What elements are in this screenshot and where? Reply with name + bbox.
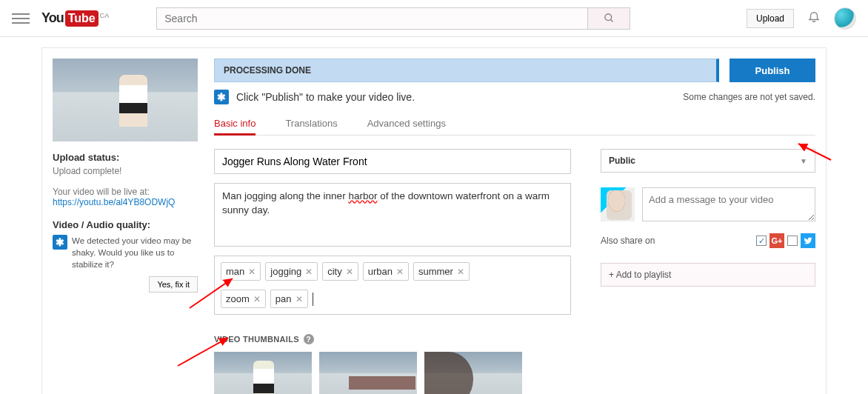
upload-status-text: Upload complete! [53, 166, 198, 176]
user-avatar [601, 187, 635, 221]
left-column: Upload status: Upload complete! Your vid… [53, 59, 198, 394]
quality-title: Video / Audio quality: [53, 219, 198, 230]
form-side: Public ▼ Also share on ✓ G+ [601, 149, 815, 394]
remove-tag-icon[interactable]: ✕ [457, 267, 464, 277]
thumbnails-row [214, 352, 571, 394]
google-plus-icon[interactable]: G+ [769, 233, 784, 248]
thumbnails-header: VIDEO THUMBNAILS [214, 335, 299, 344]
logo-text: You [41, 10, 64, 26]
menu-icon[interactable] [12, 10, 30, 27]
quality-message: We detected your video may be shaky. Wou… [72, 235, 198, 270]
thumbnail-2[interactable] [319, 352, 417, 394]
upload-button[interactable]: Upload [747, 9, 794, 28]
form-main: Man jogging along the inner harbor of th… [214, 149, 571, 394]
region-code: CA [100, 12, 110, 19]
processing-status: PROCESSING DONE [214, 59, 719, 82]
remove-tag-icon[interactable]: ✕ [248, 267, 256, 277]
tags-input[interactable]: man✕ jogging✕ city✕ urban✕ summer✕ zoom✕… [214, 256, 571, 315]
publish-button[interactable]: Publish [730, 59, 815, 82]
video-url-link[interactable]: https://youtu.be/al4YB8ODWjQ [53, 197, 198, 207]
logo-tube: Tube [65, 10, 99, 27]
notifications-icon[interactable] [807, 10, 821, 27]
search-icon [604, 13, 615, 24]
logo[interactable]: YouTube CA [41, 10, 109, 27]
upload-status-title: Upload status: [53, 152, 198, 163]
tag-city[interactable]: city✕ [322, 262, 358, 281]
search-input[interactable] [156, 7, 587, 30]
star-icon: ✱ [53, 235, 67, 250]
right-column: PROCESSING DONE Publish ✱ Click "Publish… [214, 59, 815, 394]
svg-line-1 [610, 19, 612, 21]
remove-tag-icon[interactable]: ✕ [346, 267, 353, 277]
live-at-text: Your video will be live at: [53, 187, 198, 197]
tabs: Basic info Translations Advanced setting… [214, 113, 815, 136]
tag-man[interactable]: man✕ [221, 262, 261, 281]
tab-translations[interactable]: Translations [285, 113, 337, 135]
tag-pan[interactable]: pan✕ [270, 290, 308, 308]
twitter-icon[interactable] [801, 233, 815, 248]
video-preview[interactable] [53, 59, 198, 141]
upload-card: Upload status: Upload complete! Your vid… [41, 47, 827, 394]
twitter-checkbox[interactable] [787, 236, 798, 246]
video-title-input[interactable] [214, 149, 571, 174]
search-button[interactable] [587, 7, 630, 30]
tag-summer[interactable]: summer✕ [413, 262, 470, 281]
remove-tag-icon[interactable]: ✕ [296, 294, 303, 304]
share-message-input[interactable] [642, 187, 815, 221]
chevron-down-icon: ▼ [800, 157, 807, 165]
svg-point-0 [605, 14, 612, 21]
also-share-label: Also share on [601, 236, 655, 246]
tag-jogging[interactable]: jogging✕ [265, 262, 318, 281]
account-avatar[interactable] [834, 7, 856, 30]
gplus-checkbox[interactable]: ✓ [756, 236, 767, 246]
tag-cursor [313, 293, 313, 306]
tag-urban[interactable]: urban✕ [363, 262, 409, 281]
remove-tag-icon[interactable]: ✕ [396, 267, 404, 277]
tag-zoom[interactable]: zoom✕ [221, 290, 266, 308]
tab-advanced[interactable]: Advanced settings [367, 113, 446, 135]
publish-info-text: Click "Publish" to make your video live. [236, 91, 415, 103]
unsaved-changes-text: Some changes are not yet saved. [683, 92, 815, 102]
fix-it-button[interactable]: Yes, fix it [149, 276, 198, 293]
info-icon: ✱ [214, 90, 229, 104]
help-icon[interactable]: ? [304, 334, 314, 344]
thumbnail-1[interactable] [214, 352, 312, 394]
thumbnail-3[interactable] [424, 352, 522, 394]
search-bar [156, 7, 630, 30]
video-description-input[interactable]: Man jogging along the inner harbor of th… [214, 183, 571, 247]
header: YouTube CA Upload [0, 0, 868, 37]
privacy-value: Public [609, 156, 635, 166]
privacy-dropdown[interactable]: Public ▼ [601, 149, 815, 173]
remove-tag-icon[interactable]: ✕ [305, 267, 313, 277]
remove-tag-icon[interactable]: ✕ [253, 294, 261, 304]
add-to-playlist-button[interactable]: + Add to playlist [601, 263, 815, 287]
tab-basic-info[interactable]: Basic info [214, 113, 256, 136]
